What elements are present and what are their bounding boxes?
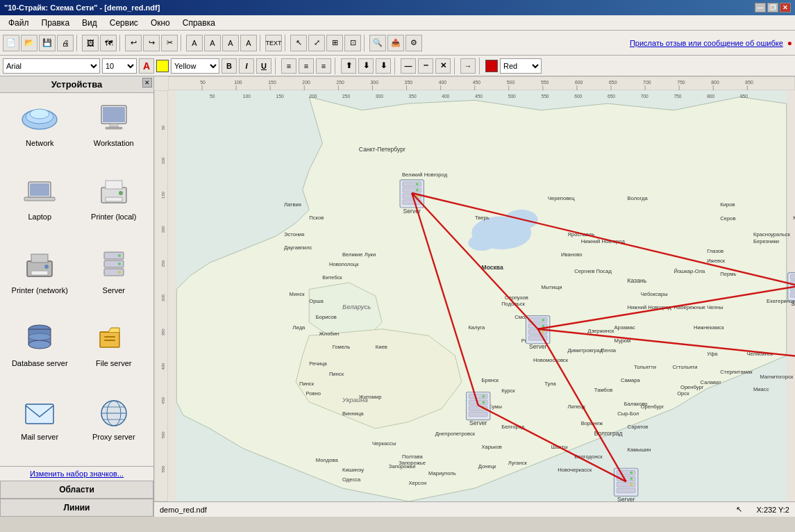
cut-button[interactable]: ✂ [161,35,178,51]
font4-button[interactable]: A [240,35,257,51]
svg-text:Дзержинск: Дзержинск [587,328,614,334]
redo-button[interactable]: ↪ [143,35,160,51]
lines-button[interactable]: Линии [0,499,153,517]
line-style3-button[interactable]: ✕ [435,58,451,74]
menu-service[interactable]: Сервис [104,17,144,29]
proxy-server-label: Proxy server [92,433,135,441]
select-button[interactable]: ⊡ [344,35,361,51]
change-icons-link[interactable]: Изменить набор значков... [0,467,153,481]
underline-button[interactable]: U [256,58,271,74]
font-color-button[interactable]: A [139,58,154,74]
device-db-server[interactable]: Database server [6,319,74,387]
device-grid: Network Workstation [0,93,153,466]
feedback-link[interactable]: Прислать отзыв или сообщение об ошибке [630,39,783,47]
svg-text:Мариуполь: Мариуполь [428,470,456,476]
map-canvas[interactable]: Санкт-Петербург Великий Новгород Москва … [168,90,795,501]
menu-file[interactable]: Файл [3,17,35,29]
arrow-style-button[interactable]: → [460,58,476,74]
status-bar: demo_red.ndf ↖ X:232 Y:2 [154,501,795,517]
svg-rect-8 [30,183,49,196]
cursor-button[interactable]: ↖ [290,35,307,51]
svg-text:500: 500 [161,431,165,439]
export-button[interactable]: 📤 [387,35,404,51]
bold-button[interactable]: B [221,58,237,74]
zoom-in-button[interactable]: 🔍 [369,35,386,51]
minimize-button[interactable]: — [755,3,766,13]
align-center-button[interactable]: ≡ [299,58,314,74]
align-right-button[interactable]: ≡ [316,58,331,74]
device-printer-network[interactable]: Printer (network) [6,246,74,314]
menu-edit[interactable]: Правка [36,17,76,29]
format-sep-4 [454,58,457,74]
image-button[interactable]: 🖼 [82,35,99,51]
svg-text:300: 300 [376,94,383,99]
bottom-align-button[interactable]: ⬇ [376,58,391,74]
yellow-color-box[interactable] [156,60,169,72]
italic-button[interactable]: I [239,58,254,74]
open-button[interactable]: 📂 [21,35,37,51]
device-laptop[interactable]: Laptop [6,172,74,240]
format-sep-3 [394,58,397,74]
panel-close-button[interactable]: ✕ [142,78,152,88]
svg-text:Саратов: Саратов [628,424,648,430]
areas-button[interactable]: Области [0,481,153,499]
map-area[interactable]: Санкт-Петербург Великий Новгород Москва … [154,76,795,517]
toolbar: 📄 📂 💾 🖨 🖼 🗺 ↩ ↪ ✂ A A A A TEXT ↖ ⤢ ⊞ ⊡ 🔍… [0,31,795,56]
font-button[interactable]: A [186,35,203,51]
font3-button[interactable]: A [222,35,239,51]
device-proxy-server[interactable]: Proxy server [80,392,149,460]
svg-rect-11 [106,181,122,189]
restore-button[interactable]: ❐ [767,3,778,13]
size-select[interactable]: 10 [102,58,137,74]
workstation-icon [96,101,132,138]
svg-text:500: 500 [508,94,516,99]
settings-button[interactable]: ⚙ [405,35,422,51]
svg-text:Сергиев Посад: Сергиев Посад [574,268,612,274]
new-button[interactable]: 📄 [3,35,19,51]
svg-text:Глазов: Глазов [707,248,723,254]
color-select[interactable]: Yellow [171,58,219,74]
svg-text:Стерлитамак: Стерлитамак [720,369,753,375]
svg-text:300: 300 [161,294,165,301]
svg-text:250: 250 [336,80,344,85]
device-file-server[interactable]: File server [80,319,149,387]
align-button[interactable]: ⊞ [326,35,343,51]
svg-text:350: 350 [161,329,165,336]
undo-button[interactable]: ↩ [125,35,142,51]
svg-text:Речица: Речица [309,360,327,367]
top-align-button[interactable]: ⬆ [341,58,356,74]
font2-button[interactable]: A [204,35,221,51]
menu-window[interactable]: Окно [145,17,176,29]
svg-text:Ровно: Ровно [306,390,321,397]
mid-align-button[interactable]: ⬇ [358,58,374,74]
line-style2-button[interactable]: ╌ [418,58,433,74]
print-button[interactable]: 🖨 [57,35,74,51]
align-left-button[interactable]: ≡ [281,58,296,74]
svg-point-13 [119,191,123,195]
line-color-select[interactable]: Red [500,58,542,74]
device-mail-server[interactable]: Mail server [6,392,74,460]
device-printer-local[interactable]: Printer (local) [80,172,149,240]
menu-help[interactable]: Справка [177,17,221,29]
text-button[interactable]: TEXT [265,35,282,51]
font-select[interactable]: Arial [3,58,100,74]
connect-button[interactable]: ⤢ [308,35,325,51]
svg-text:Луганск: Луганск [508,460,528,466]
device-network[interactable]: Network [6,99,74,167]
laptop-icon [22,175,58,211]
close-button[interactable]: ✕ [780,3,791,13]
menu-view[interactable]: Вид [76,17,103,29]
device-workstation[interactable]: Workstation [80,99,149,167]
device-server[interactable]: Server [80,246,149,314]
save-button[interactable]: 💾 [39,35,56,51]
svg-text:150: 150 [268,80,276,85]
line-color-box[interactable] [485,60,498,72]
map-button[interactable]: 🗺 [100,35,117,51]
svg-text:Черкассы: Черкассы [372,440,396,447]
network-label: Network [26,139,53,147]
svg-text:Великие Луки: Великие Луки [342,251,376,258]
svg-text:Оренбург: Оренбург [641,404,664,410]
line-style-button[interactable]: — [401,58,416,74]
separator-4 [260,35,262,51]
svg-text:Миасс: Миасс [753,386,769,392]
